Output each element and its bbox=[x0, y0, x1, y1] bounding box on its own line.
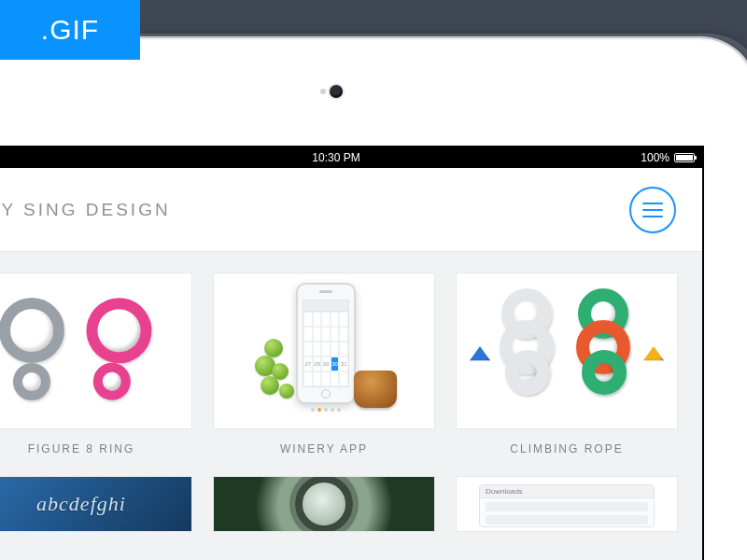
card-caption: CLIMBING ROPE bbox=[510, 442, 623, 455]
gif-badge-label: .GIF bbox=[41, 14, 99, 46]
battery-icon bbox=[674, 153, 695, 162]
thumbnail-script-font bbox=[0, 476, 192, 532]
tablet-screen: 10:30 PM 100% NNY SING DESIGN bbox=[0, 146, 704, 560]
thumbnail-lens bbox=[213, 476, 435, 532]
window-title: Downloads bbox=[480, 485, 654, 498]
grape-icon bbox=[264, 339, 283, 357]
battery-percent: 100% bbox=[641, 151, 669, 164]
climbing-hold-icon bbox=[470, 346, 490, 363]
climbing-hold-icon bbox=[643, 346, 664, 363]
app-header: NNY SING DESIGN bbox=[0, 168, 702, 252]
portfolio-card[interactable]: CLIMBING ROPE bbox=[456, 273, 678, 455]
card-caption: FIGURE 8 RING bbox=[28, 442, 135, 455]
grape-icon bbox=[261, 376, 279, 395]
rope-knot-white-icon bbox=[496, 288, 559, 400]
status-bar: 10:30 PM 100% bbox=[0, 147, 702, 168]
thumbnail-figure8 bbox=[0, 273, 192, 429]
portfolio-card[interactable]: Downloads bbox=[456, 476, 678, 532]
site-title: NNY SING DESIGN bbox=[0, 200, 171, 220]
figure8-grey-icon bbox=[0, 298, 64, 410]
pastry-icon bbox=[354, 371, 397, 408]
status-right: 100% bbox=[641, 151, 695, 164]
portfolio-card[interactable]: FIGURE 8 RING bbox=[0, 273, 192, 455]
thumbnail-downloads-window: Downloads bbox=[456, 476, 678, 532]
camera-icon bbox=[330, 85, 343, 98]
ipad-device: 10:30 PM 100% NNY SING DESIGN bbox=[0, 37, 747, 560]
portfolio-card[interactable] bbox=[0, 476, 192, 532]
figure8-pink-icon bbox=[76, 294, 156, 414]
phone-mockup-icon: 2728293031 bbox=[296, 283, 356, 404]
hamburger-icon bbox=[642, 203, 663, 204]
status-time: 10:30 PM bbox=[312, 151, 359, 164]
portfolio-card[interactable] bbox=[213, 476, 435, 532]
rope-knot-colored-icon bbox=[572, 288, 636, 400]
portfolio-card[interactable]: 2728293031 WINERY APP bbox=[213, 273, 435, 455]
gif-badge: .GIF bbox=[0, 0, 140, 60]
grape-icon bbox=[279, 384, 294, 399]
thumbnail-winery: 2728293031 bbox=[213, 273, 435, 429]
thumbnail-rope bbox=[456, 273, 678, 429]
portfolio-grid: FIGURE 8 RING 2728293031 bbox=[0, 252, 702, 532]
menu-button[interactable] bbox=[629, 187, 676, 233]
card-caption: WINERY APP bbox=[280, 442, 368, 455]
